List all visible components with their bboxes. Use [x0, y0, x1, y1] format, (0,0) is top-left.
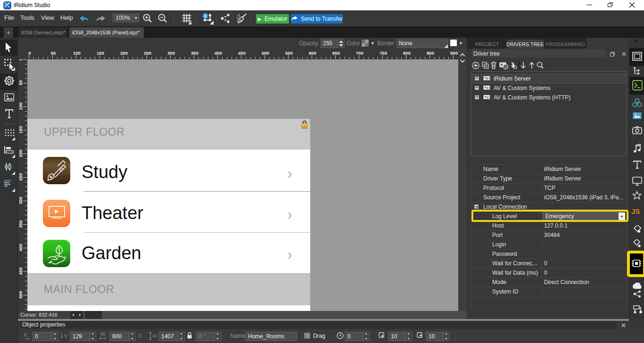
svg-text:Y: Y [64, 334, 68, 339]
svg-text:W: W [100, 332, 106, 337]
svg-text:H: H [153, 333, 157, 339]
svg-text:X: X [24, 333, 27, 338]
